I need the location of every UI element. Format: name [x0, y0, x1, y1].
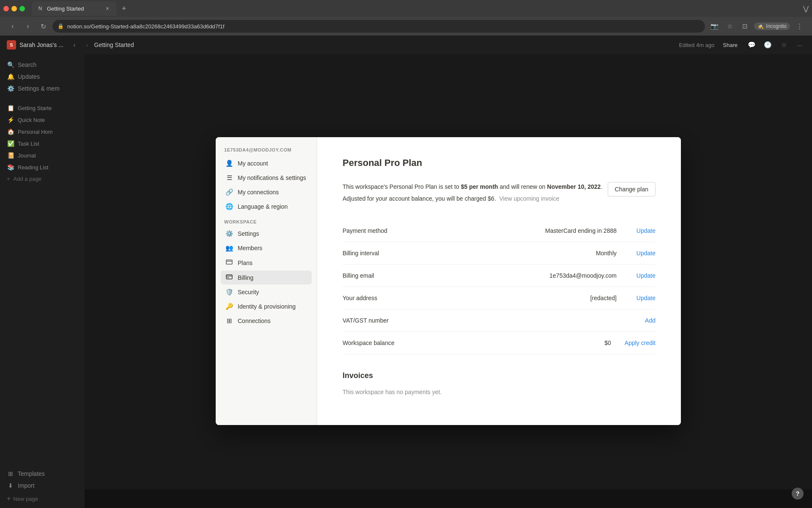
star-icon[interactable]: ☆ [724, 20, 735, 32]
personal-home-label: Personal Hom [18, 129, 52, 135]
language-icon: 🌐 [225, 203, 233, 210]
url-text: notion.so/Getting-Started-a8a8c20268c246… [67, 23, 225, 30]
sidebar-item-search[interactable]: 🔍 Search [3, 59, 81, 70]
task-list-label: Task List [18, 141, 39, 147]
personal-home-icon: 🏠 [7, 128, 14, 135]
modal-sidebar: 1E753DA4@MOODJOY.COM 👤 My account ☰ My n… [216, 137, 317, 425]
user-email: 1E753DA4@MOODJOY.COM [221, 146, 312, 156]
sidebar-item-reading-list[interactable]: 📚 Reading List [3, 162, 81, 173]
app-toolbar: S Sarah Jonas's ... ‹ › Getting Started … [0, 36, 812, 54]
templates-label: Templates [18, 470, 45, 477]
address-value: [redacted] [590, 295, 617, 301]
plan-charge-text: Adjusted for your account balance, you w… [343, 195, 496, 202]
modal-nav-billing[interactable]: Billing [221, 271, 312, 284]
modal-nav-language[interactable]: 🌐 Language & region [221, 200, 312, 213]
address-bar-row: ‹ › ↻ 🔒 notion.so/Getting-Started-a8a8c2… [0, 17, 812, 36]
billing-interval-update-link[interactable]: Update [630, 250, 656, 257]
change-plan-button[interactable]: Change plan [608, 182, 656, 196]
workspace-section-label: WORKSPACE [221, 214, 312, 226]
modal-nav-my-account[interactable]: 👤 My account [221, 157, 312, 170]
payment-method-update-link[interactable]: Update [630, 227, 656, 234]
quick-note-icon: ⚡ [7, 116, 14, 123]
my-account-label: My account [238, 160, 268, 167]
incognito-icon: 🕵️ [757, 23, 764, 29]
workspace-section: S Sarah Jonas's ... [7, 40, 63, 50]
active-tab[interactable]: N Getting Started × [32, 1, 116, 16]
close-window-button[interactable] [3, 6, 9, 11]
help-button[interactable]: ? [792, 488, 804, 500]
new-tab-button[interactable]: + [118, 3, 130, 14]
identity-label: Identity & provisioning [238, 303, 296, 310]
sidebar-toggle-button[interactable]: ‹ [69, 39, 80, 51]
forward-button[interactable]: › [22, 20, 34, 32]
modal-nav-notifications[interactable]: ☰ My notifications & settings [221, 171, 312, 185]
share-button[interactable]: Share [719, 40, 741, 50]
modal-nav-plans[interactable]: Plans [221, 256, 312, 270]
billing-icon [225, 273, 233, 282]
add-page-icon: + [7, 176, 10, 182]
account-icon: 👤 [225, 160, 233, 167]
plan-desc-text2: and will renew on [498, 183, 547, 190]
tab-favicon-icon: N [37, 5, 44, 12]
search-icon: 🔍 [7, 61, 14, 68]
new-page-button[interactable]: + New page [7, 495, 38, 502]
modal-nav-settings[interactable]: ⚙️ Settings [221, 227, 312, 240]
svg-rect-1 [226, 275, 232, 279]
address-label: Your address [343, 295, 590, 301]
billing-email-label: Billing email [343, 272, 549, 279]
maximize-window-button[interactable] [19, 6, 25, 11]
svg-rect-0 [226, 260, 232, 264]
connections-label: My connections [238, 189, 279, 196]
view-invoice-link[interactable]: View upcoming invoice [499, 195, 559, 202]
page-title-breadcrumb: Getting Started [94, 41, 134, 48]
modal-nav-identity[interactable]: 🔑 Identity & provisioning [221, 300, 312, 313]
more-options-icon[interactable]: ⋮ [793, 20, 805, 32]
sidebar-item-settings[interactable]: ⚙️ Settings & mem [3, 83, 81, 94]
modal-nav-workspace-connections[interactable]: ⊞ Connections [221, 314, 312, 328]
identity-icon: 🔑 [225, 303, 233, 310]
tab-title: Getting Started [47, 6, 84, 12]
camera-icon[interactable]: 📷 [708, 20, 720, 32]
updates-label: Updates [18, 73, 40, 80]
updates-icon: 🔔 [7, 73, 14, 80]
modal-nav-security[interactable]: 🛡️ Security [221, 285, 312, 299]
sidebar-item-getting-started[interactable]: 📋 Getting Starte [3, 102, 81, 113]
more-options-button[interactable]: ··· [794, 39, 805, 50]
favorite-icon[interactable]: ☆ [778, 39, 789, 50]
modal-nav-connections[interactable]: 🔗 My connections [221, 185, 312, 199]
refresh-button[interactable]: ↻ [37, 20, 49, 32]
billing-email-value: 1e753da4@moodjoy.com [549, 272, 617, 279]
connections-icon: 🔗 [225, 188, 233, 196]
plan-header-row: This workspace's Personal Pro Plan is se… [343, 182, 656, 206]
tab-menu-icon[interactable]: ⋁ [803, 5, 809, 13]
add-page-label: Add a page [14, 176, 42, 182]
sidebar-item-personal-home[interactable]: 🏠 Personal Hom [3, 126, 81, 137]
back-button[interactable]: ‹ [7, 20, 19, 32]
billing-email-update-link[interactable]: Update [630, 272, 656, 279]
tab-close-button[interactable]: × [104, 5, 111, 12]
add-page-button[interactable]: + Add a page [3, 174, 81, 184]
address-bar[interactable]: 🔒 notion.so/Getting-Started-a8a8c20268c2… [52, 20, 705, 33]
vat-add-link[interactable]: Add [630, 317, 656, 324]
task-list-icon: ✅ [7, 140, 14, 147]
invoices-section: Invoices This workspace has no payments … [343, 371, 656, 395]
minimize-window-button[interactable] [11, 6, 17, 11]
clock-icon[interactable]: 🕐 [762, 39, 773, 50]
sidebar-item-journal[interactable]: 📔 Journal [3, 150, 81, 161]
comment-icon[interactable]: 💬 [746, 39, 757, 50]
billing-interval-label: Billing interval [343, 250, 596, 257]
modal-nav-members[interactable]: 👥 Members [221, 241, 312, 255]
security-label: Security [238, 289, 259, 295]
language-label: Language & region [238, 203, 288, 210]
apply-credit-link[interactable]: Apply credit [625, 340, 656, 346]
split-view-icon[interactable]: ⊡ [739, 20, 751, 32]
sidebar-item-quick-note[interactable]: ⚡ Quick Note [3, 114, 81, 125]
sidebar-item-task-list[interactable]: ✅ Task List [3, 138, 81, 149]
sidebar-item-updates[interactable]: 🔔 Updates [3, 71, 81, 82]
address-update-link[interactable]: Update [630, 295, 656, 301]
workspace-connections-label: Connections [238, 318, 271, 324]
notifications-label: My notifications & settings [238, 174, 306, 181]
browser-actions: 📷 ☆ ⊡ 🕵️ Incognito ⋮ [708, 20, 805, 32]
sidebar: 🔍 Search 🔔 Updates ⚙️ Settings & mem 📋 G… [0, 54, 85, 508]
sidebar-item-templates[interactable]: ⊞ Templates [3, 468, 81, 479]
